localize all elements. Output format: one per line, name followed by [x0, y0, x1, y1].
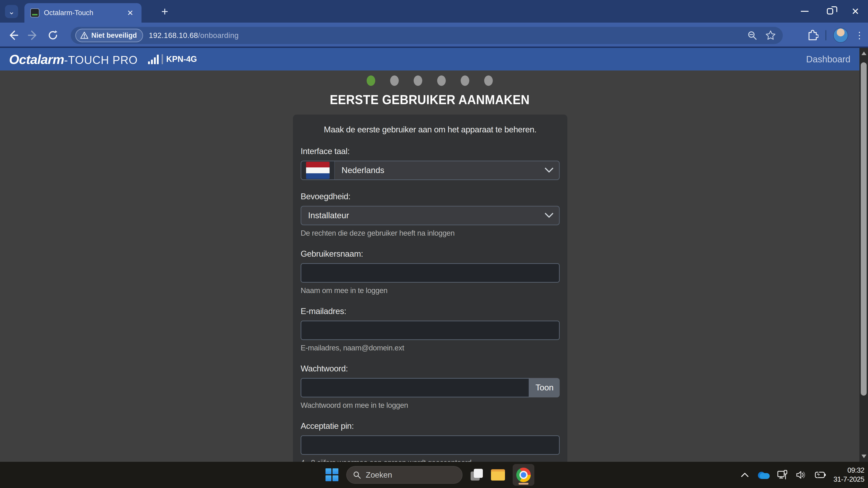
back-arrow-icon [8, 30, 19, 41]
chevron-down-icon: ⌄ [8, 7, 15, 16]
active-app-indicator [519, 483, 528, 485]
step-dot-2 [390, 75, 399, 86]
scrollbar-thumb[interactable] [861, 62, 867, 396]
clock-time: 09:32 [833, 466, 864, 475]
step-dot-3 [414, 75, 422, 86]
scroll-up-arrow[interactable] [862, 52, 866, 55]
clock-date: 31-7-2025 [833, 475, 864, 484]
forward-button[interactable] [24, 27, 41, 44]
network-label: KPN-4G [166, 55, 197, 64]
tab-title: Octalarm-Touch [44, 9, 125, 17]
taskbar-search[interactable]: Zoeken [346, 466, 463, 484]
dashboard-link[interactable]: Dashboard [806, 54, 850, 64]
reload-icon [48, 30, 58, 41]
email-field[interactable] [301, 321, 560, 340]
tab-close-button[interactable]: ✕ [125, 7, 135, 18]
email-group: E-mailadres: E-mailadres, naam@domein.ex… [301, 306, 560, 352]
tab-search-button[interactable]: ⌄ [5, 5, 18, 18]
security-label: Niet beveiligd [91, 31, 137, 39]
pin-group: Acceptatie pin: 4 - 8 cijfers waarmee ee… [301, 421, 560, 462]
forward-arrow-icon [28, 30, 38, 41]
password-group: Wachtwoord: Toon Wachtwoord om mee in te… [301, 364, 560, 410]
role-select[interactable]: Installateur [301, 206, 560, 225]
step-dot-5 [461, 75, 469, 86]
tray-chevron-icon[interactable] [740, 471, 750, 478]
email-label: E-mailadres: [301, 306, 560, 316]
device-usb-icon[interactable] [776, 469, 788, 481]
volume-icon[interactable] [795, 469, 807, 481]
pin-help: 4 - 8 cijfers waarmee een oproep wordt g… [301, 458, 560, 462]
new-tab-button[interactable]: + [158, 5, 171, 18]
step-dot-4 [437, 75, 446, 86]
step-dot-1 [367, 75, 375, 86]
step-dot-6 [484, 75, 493, 86]
window-controls: ✕ [792, 0, 868, 23]
nl-flag-icon [301, 161, 335, 180]
search-placeholder: Zoeken [366, 470, 392, 480]
wizard-steps [0, 75, 860, 86]
extensions-icon[interactable] [807, 29, 818, 41]
username-group: Gebruikersnaam: Naam om mee in te loggen [301, 249, 560, 295]
show-password-button[interactable]: Toon [529, 378, 560, 397]
username-help: Naam om mee in te loggen [301, 286, 560, 295]
start-button[interactable] [326, 468, 339, 482]
browser-tabstrip: ⌄ Octalarm-Touch ✕ + ✕ [0, 0, 868, 23]
browser-toolbar: Niet beveiligd 192.168.10.68/onboarding … [0, 23, 868, 48]
taskbar-clock[interactable]: 09:32 31-7-2025 [833, 466, 864, 484]
role-group: Bevoegdheid: Installateur De rechten die… [301, 192, 560, 237]
cellular-signal-icon [148, 54, 163, 64]
role-value: Installateur [301, 211, 349, 220]
language-group: Interface taal: Nederlands [301, 147, 560, 180]
browser-menu-button[interactable]: ⋮ [855, 31, 864, 40]
language-select[interactable]: Nederlands [301, 161, 560, 180]
security-chip[interactable]: Niet beveiligd [75, 29, 143, 42]
site-favicon-icon [30, 8, 39, 18]
chrome-icon [516, 468, 531, 482]
username-label: Gebruikersnaam: [301, 249, 560, 259]
email-help: E-mailadres, naam@domein.ext [301, 344, 560, 352]
bookmark-star-icon[interactable] [765, 30, 776, 41]
url-text: 192.168.10.68/onboarding [149, 31, 239, 40]
site-header: Octalarm-TOUCH PRO KPN-4G Dashboard [0, 48, 860, 70]
pin-field[interactable] [301, 435, 560, 455]
address-bar[interactable]: Niet beveiligd 192.168.10.68/onboarding [71, 27, 783, 44]
search-icon [352, 470, 361, 479]
windows-taskbar: Zoeken 09:32 31- [0, 462, 868, 488]
window-close-button[interactable]: ✕ [843, 0, 868, 23]
role-help: De rechten die deze gebruiker heeft na i… [301, 229, 560, 237]
username-input[interactable] [301, 263, 560, 283]
chevron-down-icon [545, 213, 554, 219]
pin-label: Acceptatie pin: [301, 421, 560, 431]
reload-button[interactable] [44, 27, 61, 44]
toolbar-divider [825, 30, 827, 40]
battery-charging-icon[interactable] [813, 469, 827, 481]
window-restore-button[interactable] [817, 0, 843, 23]
password-label: Wachtwoord: [301, 364, 560, 373]
chevron-down-icon [545, 167, 554, 173]
file-explorer-button[interactable] [491, 468, 505, 482]
restore-icon [827, 8, 833, 14]
onboarding-page: EERSTE GEBRUIKER AANMAKEN Maak de eerste… [0, 70, 860, 462]
chrome-taskbar-button[interactable] [513, 464, 534, 486]
form-card: Maak de eerste gebruiker aan om het appa… [293, 115, 567, 462]
window-minimize-button[interactable] [792, 0, 817, 23]
scroll-down-arrow[interactable] [862, 455, 866, 458]
onedrive-icon[interactable] [756, 471, 770, 479]
role-label: Bevoegdheid: [301, 192, 560, 201]
password-help: Wachtwoord om mee in te loggen [301, 401, 560, 410]
back-button[interactable] [4, 27, 22, 44]
browser-tab[interactable]: Octalarm-Touch ✕ [24, 3, 142, 23]
page-scrollbar[interactable] [860, 48, 868, 462]
brand-logo: Octalarm-TOUCH PRO [9, 52, 138, 67]
form-intro: Maak de eerste gebruiker aan om het appa… [301, 125, 560, 134]
zoom-out-icon[interactable] [747, 30, 757, 41]
warning-icon [80, 31, 89, 40]
language-label: Interface taal: [301, 147, 560, 156]
profile-avatar[interactable] [833, 28, 848, 43]
password-field[interactable] [301, 378, 529, 397]
minimize-icon [801, 11, 809, 12]
language-value: Nederlands [335, 166, 384, 175]
task-view-button[interactable] [470, 468, 483, 482]
page-title: EERSTE GEBRUIKER AANMAKEN [34, 92, 825, 107]
